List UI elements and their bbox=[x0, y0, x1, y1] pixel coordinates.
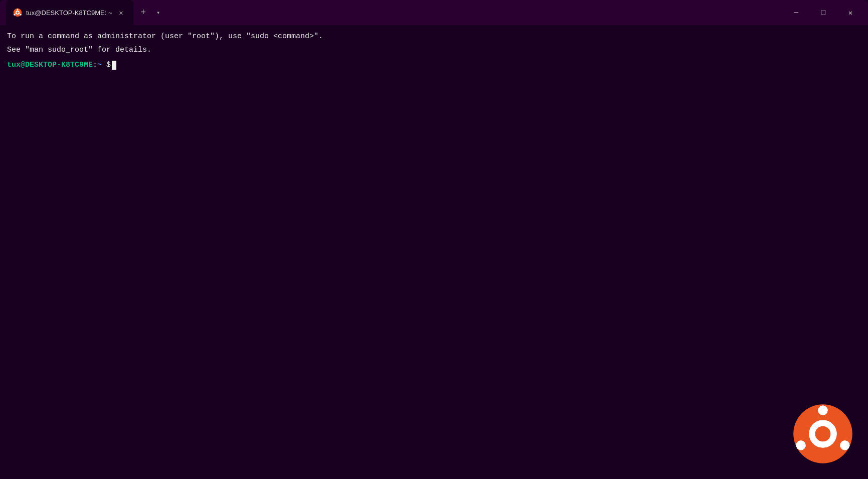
prompt-colon: : bbox=[93, 60, 97, 71]
svg-point-4 bbox=[20, 14, 22, 16]
svg-line-6 bbox=[15, 14, 16, 14]
ubuntu-tab-icon bbox=[13, 8, 22, 17]
svg-point-3 bbox=[14, 14, 15, 16]
window-controls: ─ □ ✕ bbox=[785, 5, 862, 21]
close-button[interactable]: ✕ bbox=[839, 5, 862, 21]
tab-area: tux@DESKTOP-K8TC9ME: ~ ✕ + ▾ bbox=[6, 0, 785, 25]
terminal-window: tux@DESKTOP-K8TC9ME: ~ ✕ + ▾ ─ □ ✕ To ru… bbox=[0, 0, 868, 479]
svg-point-20 bbox=[840, 440, 849, 450]
tab-title: tux@DESKTOP-K8TC9ME: ~ bbox=[26, 9, 112, 17]
terminal-cursor bbox=[112, 61, 116, 70]
new-tab-button[interactable]: + bbox=[135, 5, 151, 21]
prompt-user-host: tux@DESKTOP-K8TC9ME bbox=[7, 60, 93, 71]
active-tab[interactable]: tux@DESKTOP-K8TC9ME: ~ ✕ bbox=[6, 0, 133, 25]
svg-point-2 bbox=[17, 9, 19, 10]
prompt-line: tux@DESKTOP-K8TC9ME : ~ $ bbox=[7, 60, 861, 71]
tab-close-button[interactable]: ✕ bbox=[116, 8, 126, 18]
terminal-body[interactable]: To run a command as administrator (user … bbox=[0, 25, 868, 479]
terminal-message-line1: To run a command as administrator (user … bbox=[7, 31, 861, 43]
ubuntu-logo bbox=[793, 404, 853, 464]
minimize-button[interactable]: ─ bbox=[785, 5, 808, 21]
prompt-dollar: $ bbox=[102, 60, 111, 71]
titlebar: tux@DESKTOP-K8TC9ME: ~ ✕ + ▾ ─ □ ✕ bbox=[0, 0, 868, 25]
svg-point-18 bbox=[818, 406, 827, 415]
svg-point-19 bbox=[796, 440, 806, 450]
svg-line-7 bbox=[20, 14, 21, 14]
prompt-path: ~ bbox=[97, 60, 102, 71]
maximize-button[interactable]: □ bbox=[812, 5, 835, 21]
tab-dropdown-button[interactable]: ▾ bbox=[151, 6, 165, 20]
terminal-message-line2: See "man sudo_root" for details. bbox=[7, 45, 861, 56]
